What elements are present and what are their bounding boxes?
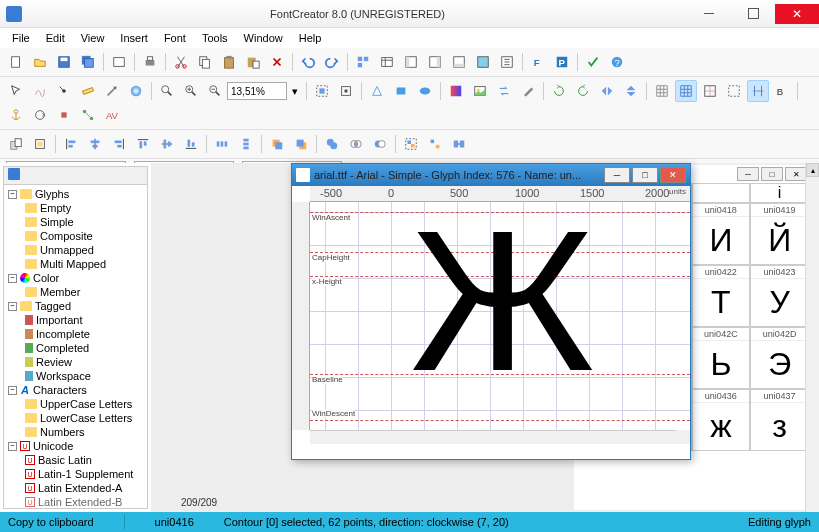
- group2-button[interactable]: [400, 133, 422, 155]
- scroll-up-button[interactable]: ▴: [806, 163, 819, 177]
- test-button[interactable]: PP: [551, 51, 573, 73]
- rect-button[interactable]: [390, 80, 412, 102]
- panel-maximize-button[interactable]: □: [761, 167, 783, 181]
- glyph-editor-window[interactable]: arial.ttf - Arial - Simple - Glyph Index…: [291, 163, 691, 460]
- save-button[interactable]: [53, 51, 75, 73]
- tree-incomplete[interactable]: Incomplete: [6, 327, 145, 341]
- eyedropper-button[interactable]: [517, 80, 539, 102]
- tree-basiclatin[interactable]: UBasic Latin: [6, 453, 145, 467]
- glyph-cell[interactable]: uni0437з: [750, 389, 809, 451]
- tree-lowercase[interactable]: LowerCase Letters: [6, 411, 145, 425]
- categories-button[interactable]: [376, 51, 398, 73]
- copy-button[interactable]: [194, 51, 216, 73]
- knife-button[interactable]: [101, 80, 123, 102]
- preview-button[interactable]: [108, 51, 130, 73]
- tree-member[interactable]: Member: [6, 285, 145, 299]
- grid2-button[interactable]: [675, 80, 697, 102]
- rotate-ccw-button[interactable]: [572, 80, 594, 102]
- zoom-in-button[interactable]: [180, 80, 202, 102]
- open-button[interactable]: [29, 51, 51, 73]
- ellipse-button[interactable]: [414, 80, 436, 102]
- panel-close-button[interactable]: ✕: [785, 167, 807, 181]
- align-left-button[interactable]: [60, 133, 82, 155]
- editor-close-button[interactable]: ✕: [660, 167, 686, 183]
- validate-button[interactable]: [582, 51, 604, 73]
- comp-button[interactable]: [5, 133, 27, 155]
- color-button[interactable]: [125, 80, 147, 102]
- print-button[interactable]: [139, 51, 161, 73]
- menu-font[interactable]: Font: [156, 30, 194, 46]
- firstpoint-button[interactable]: [53, 104, 75, 126]
- zoom-button[interactable]: [156, 80, 178, 102]
- glyph-cell[interactable]: uni042CЬ: [692, 327, 751, 389]
- delete-button[interactable]: [266, 51, 288, 73]
- menu-help[interactable]: Help: [291, 30, 330, 46]
- dist-v-button[interactable]: [235, 133, 257, 155]
- pointer-button[interactable]: [5, 80, 27, 102]
- point-button[interactable]: [53, 80, 75, 102]
- paste-button[interactable]: [218, 51, 240, 73]
- bring-front-button[interactable]: [290, 133, 312, 155]
- collapse-icon[interactable]: −: [8, 442, 17, 451]
- metrics-button[interactable]: [723, 80, 745, 102]
- tree-important[interactable]: Important: [6, 313, 145, 327]
- dist-h-button[interactable]: [211, 133, 233, 155]
- freehand-button[interactable]: [29, 80, 51, 102]
- metrics2-button[interactable]: [29, 133, 51, 155]
- tree-latinexta[interactable]: ULatin Extended-A: [6, 481, 145, 495]
- measure-button[interactable]: [77, 80, 99, 102]
- tree-tagged[interactable]: −Tagged: [6, 299, 145, 313]
- tree-glyphs[interactable]: −Glyphs: [6, 187, 145, 201]
- anchor-button[interactable]: [5, 104, 27, 126]
- glyph-cell[interactable]: uni0418И: [692, 203, 751, 265]
- collapse-icon[interactable]: −: [8, 274, 17, 283]
- swap-button[interactable]: [493, 80, 515, 102]
- panel5-button[interactable]: [496, 51, 518, 73]
- send-back-button[interactable]: [266, 133, 288, 155]
- flip-h-button[interactable]: [596, 80, 618, 102]
- outline-button[interactable]: B: [771, 80, 793, 102]
- autohelp-button[interactable]: ?: [606, 51, 628, 73]
- tree-latinextb[interactable]: ULatin Extended-B: [6, 495, 145, 509]
- ungroup-button[interactable]: [424, 133, 446, 155]
- editor-minimize-button[interactable]: ─: [604, 167, 630, 183]
- glyph-cell[interactable]: uni0436ж: [692, 389, 751, 451]
- editor-canvas[interactable]: -500 0 500 1000 1500 2000 units WinAscen…: [292, 186, 690, 444]
- undo-button[interactable]: [297, 51, 319, 73]
- glyph-cell[interactable]: і: [750, 183, 809, 203]
- guides-button[interactable]: [699, 80, 721, 102]
- menu-insert[interactable]: Insert: [112, 30, 156, 46]
- collapse-icon[interactable]: −: [8, 386, 17, 395]
- zoom-input[interactable]: [227, 82, 287, 100]
- tree-latin1[interactable]: ULatin-1 Supplement: [6, 467, 145, 481]
- editor-scrollbar-h[interactable]: [310, 430, 676, 444]
- gradient-button[interactable]: [445, 80, 467, 102]
- tree-composite[interactable]: Composite: [6, 229, 145, 243]
- collapse-icon[interactable]: −: [8, 302, 17, 311]
- cut-button[interactable]: [170, 51, 192, 73]
- menu-edit[interactable]: Edit: [38, 30, 73, 46]
- tree-unicode[interactable]: −UUnicode: [6, 439, 145, 453]
- tree-characters[interactable]: −ACharacters: [6, 383, 145, 397]
- align-top-button[interactable]: [132, 133, 154, 155]
- save-all-button[interactable]: [77, 51, 99, 73]
- right-scrollbar[interactable]: ▴: [805, 163, 819, 512]
- editor-titlebar[interactable]: arial.ttf - Arial - Simple - Glyph Index…: [292, 164, 690, 186]
- glyph-cell[interactable]: uni042DЭ: [750, 327, 809, 389]
- union-button[interactable]: [321, 133, 343, 155]
- canvas-inner[interactable]: WinAscent CapHeight x-Height Baseline Wi…: [310, 202, 690, 430]
- bearings-button[interactable]: [747, 80, 769, 102]
- direction-button[interactable]: [29, 104, 51, 126]
- group-button[interactable]: [352, 51, 374, 73]
- tree-simple[interactable]: Simple: [6, 215, 145, 229]
- connections-button[interactable]: [77, 104, 99, 126]
- flip-v-button[interactable]: [620, 80, 642, 102]
- rotate-cw-button[interactable]: [548, 80, 570, 102]
- tree-multimapped[interactable]: Multi Mapped: [6, 257, 145, 271]
- intersect-button[interactable]: [345, 133, 367, 155]
- kerning-button[interactable]: AV: [101, 104, 123, 126]
- editor-maximize-button[interactable]: □: [632, 167, 658, 183]
- panel1-button[interactable]: [400, 51, 422, 73]
- maximize-button[interactable]: [731, 4, 775, 24]
- snap-button[interactable]: [335, 80, 357, 102]
